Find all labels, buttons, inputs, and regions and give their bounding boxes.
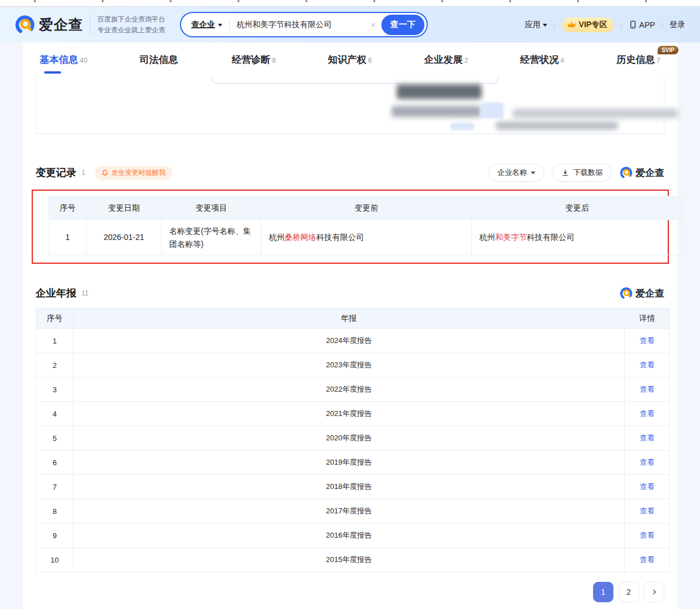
tab-basic-info[interactable]: 基本信息40 <box>40 53 87 66</box>
report-name: 2018年度报告 <box>74 475 625 499</box>
view-report-link[interactable]: 查看 <box>640 531 655 539</box>
search-button[interactable]: 查一下 <box>381 15 424 35</box>
tab-count: 6 <box>368 57 372 65</box>
remind-label: 发生变更时提醒我 <box>111 168 166 178</box>
view-report-link[interactable]: 查看 <box>640 385 655 393</box>
report-name: 2020年度报告 <box>74 426 625 451</box>
redacted-text-blob <box>496 122 618 130</box>
tab-operating-status[interactable]: 经营状况4 <box>520 53 564 66</box>
section-title: 变更记录 <box>36 166 76 179</box>
section-count: 1 <box>81 169 85 177</box>
download-data-button[interactable]: 下载数据 <box>552 164 612 182</box>
tab-intellectual-property[interactable]: 知识产权6 <box>328 53 372 66</box>
after-prefix: 杭州 <box>479 233 495 242</box>
apps-label: 应用 <box>525 20 540 30</box>
filter-label: 企业名称 <box>497 168 527 178</box>
view-report-link[interactable]: 查看 <box>640 482 655 491</box>
divider: | <box>553 20 555 29</box>
phone-icon <box>629 20 637 29</box>
view-report-link[interactable]: 查看 <box>640 361 655 369</box>
tab-judicial-info[interactable]: 司法信息 <box>140 53 180 66</box>
chevron-down-icon <box>543 24 547 27</box>
after-highlight: 和美字节 <box>495 233 527 242</box>
brand-logo[interactable]: 爱企查 <box>15 15 83 35</box>
app-download-link[interactable]: APP <box>629 20 655 29</box>
view-report-link[interactable]: 查看 <box>640 555 655 564</box>
redacted-text-blob <box>513 109 678 118</box>
report-index: 10 <box>36 548 74 572</box>
aiqicha-logo-icon <box>15 15 35 35</box>
section-title: 企业年报 <box>36 286 76 300</box>
search-category-dropdown[interactable]: 查企业 <box>181 20 229 30</box>
view-report-link[interactable]: 查看 <box>640 458 655 466</box>
filter-company-name-dropdown[interactable]: 企业名称 <box>488 164 544 182</box>
annual-report-table: 序号 年报 详情 1 2024年度报告 查看 2 2023年度报告 查看 <box>36 308 670 572</box>
brand-tagline: 百度旗下企业查询平台 专业查企业就上爱企查 <box>90 14 165 35</box>
report-index: 5 <box>36 426 74 451</box>
report-index: 8 <box>36 499 74 524</box>
tab-label: 司法信息 <box>140 54 178 65</box>
table-row: 6 2019年度报告 查看 <box>36 451 670 475</box>
crown-icon <box>567 22 576 28</box>
report-name: 2021年度报告 <box>74 402 625 426</box>
change-index: 1 <box>49 220 87 255</box>
previous-section-remnant <box>36 76 664 134</box>
login-link[interactable]: 登录 <box>669 20 685 30</box>
before-suffix: 科技有限公司 <box>316 233 364 242</box>
svip-badge: SVIP <box>658 46 678 54</box>
section-count: 11 <box>81 289 88 297</box>
watermark-text: 爱企查 <box>635 166 664 179</box>
login-label: 登录 <box>669 20 685 30</box>
report-name: 2016年度报告 <box>74 524 625 548</box>
app-label: APP <box>639 20 655 29</box>
redacted-chip <box>450 123 474 130</box>
page-2-button[interactable]: 2 <box>619 582 639 602</box>
vip-label: VIP专区 <box>579 20 608 30</box>
tab-label: 知识产权 <box>328 54 367 65</box>
report-index: 1 <box>36 329 74 353</box>
next-page-button[interactable] <box>644 582 664 602</box>
apps-menu[interactable]: 应用 <box>525 20 547 30</box>
tab-count: 2 <box>464 57 468 65</box>
table-row: 7 2018年度报告 查看 <box>36 475 670 499</box>
page-1-button[interactable]: 1 <box>593 582 613 602</box>
tab-history-info[interactable]: 历史信息7 SVIP <box>616 53 660 66</box>
tab-enterprise-development[interactable]: 企业发展2 <box>424 53 468 66</box>
col-header-detail: 详情 <box>625 308 670 329</box>
tab-count: 40 <box>80 57 87 65</box>
pagination: 1 2 <box>36 582 664 602</box>
view-report-link[interactable]: 查看 <box>640 507 655 515</box>
section-tabbar: 基本信息40 司法信息 经营诊断8 知识产权6 企业发展2 经营状况4 历史信息… <box>23 42 677 76</box>
annual-report-rows: 1 2024年度报告 查看 2 2023年度报告 查看 3 2022年度报告 查… <box>36 329 670 572</box>
view-report-link[interactable]: 查看 <box>640 409 655 418</box>
report-index: 4 <box>36 402 74 426</box>
site-header: 爱企查 百度旗下企业查询平台 专业查企业就上爱企查 查企业 × 查一下 应用 |… <box>0 7 700 42</box>
table-row: 8 2017年度报告 查看 <box>36 499 670 524</box>
clear-search-icon[interactable]: × <box>370 20 381 29</box>
tab-label: 历史信息 <box>616 54 655 65</box>
table-header-row: 序号 变更日期 变更项目 变更前 变更后 <box>49 196 683 220</box>
report-index: 6 <box>36 451 74 475</box>
change-after: 杭州和美字节科技有限公司 <box>472 220 683 255</box>
watermark-logo: 爱企查 <box>620 166 664 179</box>
watermark-logo: 爱企查 <box>620 287 664 300</box>
header-nav: 应用 | VIP专区 | APP | 登录 <box>525 18 685 32</box>
view-report-link[interactable]: 查看 <box>640 434 655 442</box>
tab-count: 7 <box>656 57 660 65</box>
col-header-item: 变更项目 <box>162 196 261 220</box>
vip-zone-button[interactable]: VIP专区 <box>562 18 615 32</box>
tab-count: 4 <box>560 57 564 65</box>
table-header-row: 序号 年报 详情 <box>36 308 670 329</box>
download-label: 下载数据 <box>573 168 603 178</box>
tab-business-diagnosis[interactable]: 经营诊断8 <box>232 53 276 66</box>
table-row: 4 2021年度报告 查看 <box>36 402 670 426</box>
tagline-line1: 百度旗下企业查询平台 <box>97 14 165 25</box>
table-row: 3 2022年度报告 查看 <box>36 378 670 402</box>
view-report-link[interactable]: 查看 <box>640 336 655 345</box>
tab-count: 8 <box>272 57 276 65</box>
search-input[interactable] <box>230 20 370 29</box>
table-row: 1 2026-01-21 名称变更(字号名称、集团名称等) 杭州桑桥网络科技有限… <box>49 220 683 255</box>
report-name: 2015年度报告 <box>74 548 625 572</box>
divider: | <box>662 20 663 29</box>
change-remind-button[interactable]: 发生变更时提醒我 <box>95 166 172 180</box>
